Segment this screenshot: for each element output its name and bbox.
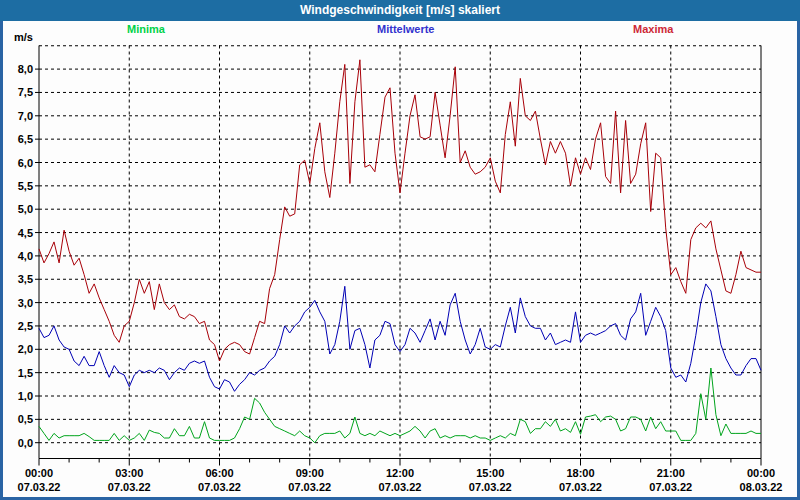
svg-text:7,5: 7,5 <box>18 86 33 98</box>
svg-text:2,0: 2,0 <box>18 343 33 355</box>
svg-text:3,0: 3,0 <box>18 297 33 309</box>
svg-text:06:00: 06:00 <box>205 467 233 479</box>
svg-text:m/s: m/s <box>14 31 33 43</box>
svg-text:00:00: 00:00 <box>747 467 775 479</box>
svg-text:00:00: 00:00 <box>25 467 53 479</box>
svg-text:1,5: 1,5 <box>18 367 33 379</box>
svg-text:4,0: 4,0 <box>18 250 33 262</box>
svg-text:3,5: 3,5 <box>18 273 33 285</box>
svg-text:07.03.22: 07.03.22 <box>379 481 422 493</box>
svg-text:0,5: 0,5 <box>18 413 33 425</box>
svg-text:07.03.22: 07.03.22 <box>288 481 331 493</box>
svg-text:18:00: 18:00 <box>566 467 594 479</box>
svg-text:07.03.22: 07.03.22 <box>469 481 512 493</box>
svg-text:5,0: 5,0 <box>18 203 33 215</box>
svg-text:7,0: 7,0 <box>18 110 33 122</box>
svg-text:0,0: 0,0 <box>18 437 33 449</box>
svg-text:2,5: 2,5 <box>18 320 33 332</box>
svg-text:8,0: 8,0 <box>18 63 33 75</box>
svg-text:15:00: 15:00 <box>476 467 504 479</box>
svg-text:07.03.22: 07.03.22 <box>198 481 241 493</box>
svg-text:07.03.22: 07.03.22 <box>108 481 151 493</box>
svg-text:4,5: 4,5 <box>18 227 33 239</box>
svg-text:1,0: 1,0 <box>18 390 33 402</box>
svg-text:12:00: 12:00 <box>386 467 414 479</box>
svg-text:07.03.22: 07.03.22 <box>559 481 602 493</box>
svg-text:6,5: 6,5 <box>18 133 33 145</box>
svg-text:21:00: 21:00 <box>657 467 685 479</box>
svg-text:5,5: 5,5 <box>18 180 33 192</box>
svg-text:6,0: 6,0 <box>18 157 33 169</box>
wind-speed-chart: 0,00,51,01,52,02,53,03,54,04,55,05,56,06… <box>0 0 800 500</box>
svg-text:07.03.22: 07.03.22 <box>649 481 692 493</box>
svg-text:09:00: 09:00 <box>296 467 324 479</box>
chart-window: Windgeschwindigkeit [m/s] skaliert Minim… <box>0 0 800 500</box>
svg-text:07.03.22: 07.03.22 <box>18 481 61 493</box>
svg-text:08.03.22: 08.03.22 <box>740 481 783 493</box>
svg-text:03:00: 03:00 <box>115 467 143 479</box>
